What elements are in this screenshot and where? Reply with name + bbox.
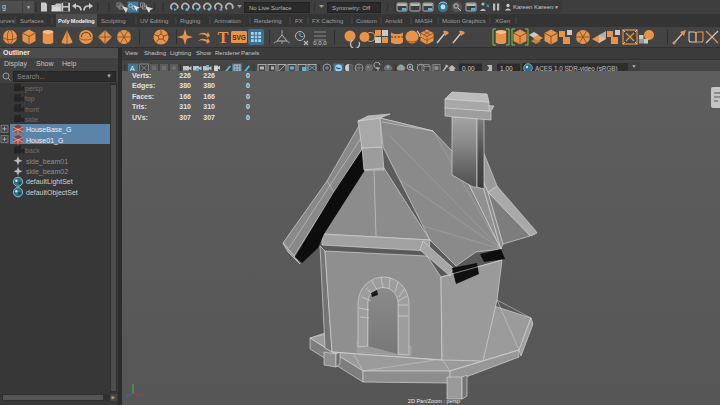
svg-text:310: 310 bbox=[179, 103, 191, 110]
svg-text:persp: persp bbox=[25, 85, 43, 93]
svg-text:0: 0 bbox=[246, 103, 250, 110]
svg-text:307: 307 bbox=[179, 114, 191, 121]
svg-text:House01_G: House01_G bbox=[26, 137, 63, 145]
svg-text:side_beam01: side_beam01 bbox=[26, 158, 68, 166]
svg-text:0: 0 bbox=[246, 82, 250, 89]
svg-text:310: 310 bbox=[203, 103, 215, 110]
svg-text:Verts:: Verts: bbox=[132, 72, 151, 79]
svg-text:Faces:: Faces: bbox=[132, 93, 154, 100]
svg-text:380: 380 bbox=[203, 82, 215, 89]
svg-text:front: front bbox=[25, 106, 39, 113]
svg-text:380: 380 bbox=[179, 82, 191, 89]
svg-text:0: 0 bbox=[246, 93, 250, 100]
svg-text:226: 226 bbox=[179, 72, 191, 79]
svg-text:Tris:: Tris: bbox=[132, 103, 147, 110]
svg-text:166: 166 bbox=[179, 93, 191, 100]
svg-text:side_beam02: side_beam02 bbox=[26, 168, 68, 176]
svg-text:defaultObjectSet: defaultObjectSet bbox=[26, 189, 78, 197]
svg-text:226: 226 bbox=[203, 72, 215, 79]
svg-text:0: 0 bbox=[246, 114, 250, 121]
svg-text:side: side bbox=[25, 116, 38, 123]
svg-text:defaultLightSet: defaultLightSet bbox=[26, 178, 73, 186]
svg-text:back: back bbox=[25, 147, 40, 154]
svg-text:HouseBase_G: HouseBase_G bbox=[26, 126, 72, 134]
svg-text:2D Pan/Zoom : persp: 2D Pan/Zoom : persp bbox=[408, 398, 460, 404]
svg-text:Edges:: Edges: bbox=[132, 82, 155, 90]
svg-text:UVs:: UVs: bbox=[132, 114, 148, 121]
svg-text:307: 307 bbox=[203, 114, 215, 121]
svg-text:top: top bbox=[25, 95, 35, 103]
svg-text:0: 0 bbox=[246, 72, 250, 79]
svg-text:166: 166 bbox=[203, 93, 215, 100]
